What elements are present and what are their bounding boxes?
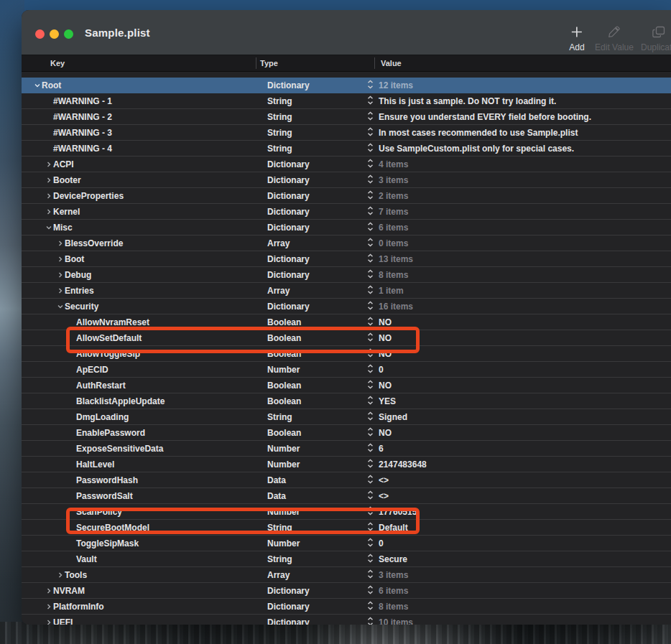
table-row[interactable]: KernelDictionary7 items [22, 204, 671, 220]
value-label[interactable]: <> [379, 475, 389, 485]
value-stepper-icon[interactable] [367, 364, 374, 375]
table-row[interactable]: NVRAMDictionary6 items [22, 583, 671, 599]
table-row[interactable]: ToggleSipMaskNumber0 [22, 536, 671, 551]
value-stepper-icon[interactable] [367, 174, 374, 186]
type-cell[interactable]: String [267, 520, 292, 535]
zoom-window-button[interactable] [64, 29, 73, 39]
value-label[interactable]: Signed [379, 412, 407, 422]
type-cell[interactable]: Boolean [267, 378, 301, 393]
value-label[interactable]: 8 items [379, 270, 408, 280]
value-stepper-icon[interactable] [367, 490, 374, 502]
value-label[interactable]: Secure [379, 554, 407, 564]
type-cell[interactable]: Boolean [267, 425, 301, 440]
value-label[interactable]: YES [379, 396, 396, 406]
type-cell[interactable]: Dictionary [267, 204, 310, 219]
type-cell[interactable]: Array [267, 283, 290, 298]
value-stepper-icon[interactable] [367, 143, 374, 154]
table-row[interactable]: DmgLoadingStringSigned [22, 409, 671, 425]
type-cell[interactable]: Dictionary [267, 172, 310, 187]
type-cell[interactable]: Boolean [267, 393, 301, 409]
value-stepper-icon[interactable] [367, 159, 374, 170]
value-label[interactable]: 8 items [379, 602, 408, 612]
type-cell[interactable]: Number [267, 504, 300, 519]
table-row[interactable]: BlessOverrideArray0 items [22, 235, 671, 251]
value-label[interactable]: 16 items [379, 302, 413, 312]
minimize-window-button[interactable] [50, 29, 59, 39]
table-row[interactable]: AuthRestartBooleanNO [22, 378, 671, 393]
value-stepper-icon[interactable] [367, 111, 374, 123]
table-row[interactable]: VaultStringSecure [22, 551, 671, 567]
chevron-right-icon[interactable] [45, 157, 53, 172]
value-label[interactable]: 1 item [379, 286, 404, 296]
chevron-down-icon[interactable] [45, 220, 53, 235]
value-stepper-icon[interactable] [367, 95, 374, 107]
table-row[interactable]: MiscDictionary6 items [22, 220, 671, 235]
value-stepper-icon[interactable] [367, 569, 374, 581]
value-label[interactable]: This is just a sample. Do NOT try loadin… [379, 96, 556, 106]
chevron-down-icon[interactable] [56, 299, 65, 314]
value-stepper-icon[interactable] [367, 380, 374, 391]
table-row[interactable]: PasswordHashData<> [22, 472, 671, 488]
value-stepper-icon[interactable] [367, 190, 374, 202]
value-label[interactable]: 13 items [379, 254, 413, 264]
type-cell[interactable]: String [267, 409, 292, 424]
type-cell[interactable]: Number [267, 441, 300, 456]
table-row[interactable]: #WARNING - 2StringEnsure you understand … [22, 109, 671, 125]
value-stepper-icon[interactable] [367, 206, 374, 218]
value-stepper-icon[interactable] [367, 585, 374, 597]
type-cell[interactable]: Dictionary [267, 78, 310, 93]
chevron-right-icon[interactable] [56, 283, 65, 298]
chevron-right-icon[interactable] [45, 599, 53, 614]
add-button[interactable]: Add [569, 26, 584, 52]
chevron-right-icon[interactable] [45, 204, 53, 219]
table-row[interactable]: AllowSetDefaultBooleanNO [22, 330, 671, 346]
table-row[interactable]: DevicePropertiesDictionary2 items [22, 188, 671, 204]
value-label[interactable]: 3 items [379, 570, 408, 580]
table-row[interactable]: #WARNING - 3StringIn most cases recommen… [22, 125, 671, 141]
value-stepper-icon[interactable] [367, 348, 374, 360]
chevron-right-icon[interactable] [56, 267, 65, 282]
value-label[interactable]: 10 items [379, 617, 413, 625]
value-stepper-icon[interactable] [367, 617, 374, 625]
value-label[interactable]: 4 items [379, 159, 408, 169]
value-label[interactable]: NO [379, 349, 392, 359]
table-row[interactable]: ExposeSensitiveDataNumber6 [22, 441, 671, 457]
value-stepper-icon[interactable] [367, 411, 374, 423]
chevron-right-icon[interactable] [45, 615, 53, 625]
type-cell[interactable]: Dictionary [267, 251, 310, 266]
value-label[interactable]: Use SampleCustom.plist only for special … [379, 144, 574, 154]
table-row[interactable]: DebugDictionary8 items [22, 267, 671, 283]
type-cell[interactable]: Data [267, 488, 286, 503]
type-cell[interactable]: Number [267, 362, 300, 377]
type-cell[interactable]: String [267, 141, 292, 156]
table-row[interactable]: ACPIDictionary4 items [22, 157, 671, 172]
value-label[interactable]: In most cases recommended to use Sample.… [379, 128, 578, 138]
value-label[interactable]: Ensure you understand EVERY field before… [379, 112, 591, 122]
type-cell[interactable]: Dictionary [267, 583, 310, 598]
value-stepper-icon[interactable] [367, 427, 374, 439]
table-row[interactable]: BlacklistAppleUpdateBooleanYES [22, 393, 671, 409]
type-cell[interactable]: Array [267, 567, 290, 582]
table-row[interactable]: UEFIDictionary10 items [22, 615, 671, 625]
value-stepper-icon[interactable] [367, 238, 374, 249]
type-cell[interactable]: Dictionary [267, 267, 310, 282]
chevron-right-icon[interactable] [45, 583, 53, 598]
value-label[interactable]: <> [379, 491, 389, 501]
value-stepper-icon[interactable] [367, 475, 374, 486]
type-cell[interactable]: Number [267, 536, 300, 551]
type-cell[interactable]: Dictionary [267, 599, 310, 614]
value-label[interactable]: 6 items [379, 223, 408, 233]
type-cell[interactable]: Boolean [267, 346, 301, 361]
value-label[interactable]: 2 items [379, 191, 408, 201]
type-cell[interactable]: String [267, 551, 292, 566]
value-stepper-icon[interactable] [367, 506, 374, 518]
table-row[interactable]: #WARNING - 4StringUse SampleCustom.plist… [22, 141, 671, 157]
value-stepper-icon[interactable] [367, 222, 374, 233]
value-stepper-icon[interactable] [367, 601, 374, 612]
value-stepper-icon[interactable] [367, 285, 374, 297]
type-cell[interactable]: Dictionary [267, 188, 310, 203]
value-label[interactable]: 7 items [379, 207, 408, 217]
table-row[interactable]: SecureBootModelStringDefault [22, 520, 671, 536]
value-label[interactable]: 12 items [379, 80, 413, 90]
type-cell[interactable]: Number [267, 457, 300, 472]
